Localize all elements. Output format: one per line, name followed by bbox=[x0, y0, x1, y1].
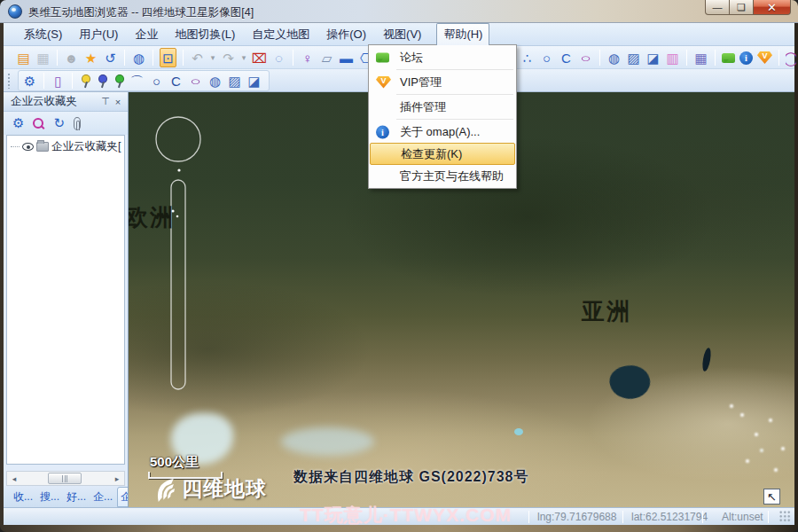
minimize-button[interactable]: — bbox=[705, 0, 730, 15]
redo-icon[interactable]: ↷ bbox=[221, 49, 236, 66]
menu-item-forum[interactable]: 论坛 bbox=[370, 46, 515, 68]
panel-close-icon[interactable]: × bbox=[112, 97, 124, 107]
panel-toolbar: ⚙ ↻ bbox=[4, 112, 128, 135]
menu-enterprise[interactable]: 企业 bbox=[133, 24, 160, 45]
tree-item[interactable]: 企业云收藏夹[ bbox=[7, 136, 124, 154]
menu-separator bbox=[396, 69, 513, 70]
draw-circle-icon[interactable]: ○ bbox=[539, 49, 554, 66]
location-pin-icon[interactable]: ♀ bbox=[300, 49, 315, 66]
info-icon[interactable]: i bbox=[739, 51, 753, 65]
visibility-eye-icon[interactable] bbox=[22, 143, 34, 151]
messages-chat-icon[interactable] bbox=[722, 53, 735, 63]
panel-title: 企业云收藏夹 bbox=[11, 94, 99, 109]
draw-open-arc-icon[interactable]: C bbox=[168, 72, 184, 90]
hatched-polygon2-icon[interactable]: ◪ bbox=[246, 72, 262, 90]
tab-favorites[interactable]: 收... bbox=[11, 488, 35, 506]
northwest-arrow-button[interactable]: ↖ bbox=[763, 489, 780, 505]
tab-search[interactable]: 搜... bbox=[37, 488, 62, 506]
menu-item-check-update[interactable]: 检查更新(K) bbox=[370, 143, 515, 165]
track-bars-icon[interactable]: ▥ bbox=[665, 49, 680, 66]
toolbar-separator bbox=[124, 50, 125, 66]
undo-caret-icon[interactable]: ▾ bbox=[209, 49, 216, 66]
ruler-icon[interactable]: ▬ bbox=[339, 49, 354, 66]
scrollbar-thumb[interactable] bbox=[48, 473, 82, 484]
panel-gear-icon[interactable]: ⚙ bbox=[12, 115, 24, 131]
pushpin-yellow-icon[interactable] bbox=[79, 73, 91, 89]
panel-search-icon[interactable] bbox=[33, 118, 44, 129]
status-altitude: Alt:unset bbox=[722, 511, 763, 523]
title-bar[interactable]: 奥维互动地图浏览器 -- 四维地球卫星影像图[4] — ❏ ✕ bbox=[0, 0, 798, 23]
menu-view[interactable]: 视图(V) bbox=[381, 24, 423, 45]
tab-enterprise[interactable]: 企... bbox=[90, 488, 115, 506]
draw-ellipse2-icon[interactable]: ○ bbox=[185, 74, 207, 89]
draw-arc-top-icon[interactable]: ⌒ bbox=[129, 72, 145, 90]
data-table-icon[interactable]: ▦ bbox=[693, 49, 708, 66]
tab-friends[interactable]: 好... bbox=[64, 488, 89, 506]
tree-item-label: 企业云收藏夹[ bbox=[51, 139, 121, 154]
hatched-square-icon[interactable]: ▨ bbox=[626, 49, 641, 66]
menu-item-about[interactable]: i 关于 omap(A)... bbox=[370, 121, 515, 143]
draw-circle2-icon[interactable]: ○ bbox=[149, 72, 164, 90]
menu-item-label: 检查更新(K) bbox=[401, 146, 462, 162]
draw-arc-icon[interactable]: C bbox=[559, 49, 574, 66]
menu-system[interactable]: 系统(S) bbox=[22, 24, 64, 45]
scrollbar-track[interactable] bbox=[21, 472, 110, 485]
menu-separator bbox=[396, 119, 513, 120]
window-title: 奥维互动地图浏览器 -- 四维地球卫星影像图[4] bbox=[28, 5, 254, 20]
scroll-left-icon[interactable]: ◂ bbox=[7, 474, 21, 483]
tab-enterprise-cloud[interactable]: 企... bbox=[117, 487, 129, 507]
toolbar-separator bbox=[183, 50, 184, 66]
toolbar-separator bbox=[43, 73, 44, 89]
menu-item-vip[interactable]: V VIP管理 bbox=[370, 71, 515, 93]
panel-refresh-icon[interactable]: ↻ bbox=[53, 115, 65, 131]
transform-select-active[interactable]: ⊡ bbox=[160, 48, 176, 67]
hatched-circle-icon[interactable]: ◍ bbox=[606, 49, 622, 66]
scale-label: 500公里 bbox=[150, 454, 199, 471]
eraser-icon[interactable]: ▱ bbox=[319, 49, 334, 66]
map-attribution: 数据来自四维地球 GS(2022)738号 bbox=[293, 468, 529, 487]
scroll-right-icon[interactable]: ▸ bbox=[110, 474, 124, 483]
undo-icon[interactable]: ↶ bbox=[190, 49, 205, 66]
provider-name: 四维地球 bbox=[182, 475, 267, 503]
menu-bar: 系统(S) 用户(U) 企业 地图切换(L) 自定义地图 操作(O) 视图(V)… bbox=[4, 23, 794, 46]
drawn-circle[interactable] bbox=[156, 117, 200, 161]
route-uturn-icon[interactable]: ↺ bbox=[103, 49, 118, 66]
globe-icon[interactable]: ◍ bbox=[131, 49, 146, 66]
settings-gear-icon[interactable]: ⚙ bbox=[22, 72, 37, 90]
clipped-circle-icon[interactable]: ◯ bbox=[786, 49, 796, 66]
panel-attachment-icon[interactable] bbox=[74, 117, 81, 130]
menu-item-homepage-help[interactable]: 官方主页与在线帮助 bbox=[370, 165, 515, 187]
marquee-select-icon[interactable]: ◌ bbox=[271, 49, 286, 66]
hatched-circle2-icon[interactable]: ◍ bbox=[207, 72, 223, 90]
delete-trash-icon[interactable]: ⌧ bbox=[252, 49, 267, 66]
menu-custom-map[interactable]: 自定义地图 bbox=[250, 24, 311, 45]
panel-pin-icon[interactable]: ⊤ bbox=[99, 96, 112, 107]
close-button[interactable]: ✕ bbox=[754, 0, 791, 15]
draw-ellipse-icon[interactable]: ○ bbox=[575, 51, 597, 66]
menu-operation[interactable]: 操作(O) bbox=[325, 24, 368, 45]
hatched-polygon-icon[interactable]: ◪ bbox=[645, 49, 661, 66]
pushpin-green-icon[interactable] bbox=[113, 73, 125, 89]
label-europe: 欧洲 bbox=[129, 202, 175, 233]
save-icon[interactable]: ▦ bbox=[35, 49, 51, 66]
user-icon[interactable]: ☻ bbox=[64, 49, 79, 66]
transform-select-icon[interactable]: ⊡ bbox=[160, 49, 176, 66]
maximize-button[interactable]: ❏ bbox=[730, 0, 754, 15]
pushpin-blue-icon[interactable] bbox=[96, 73, 108, 89]
favorite-star-icon[interactable]: ★ bbox=[83, 49, 98, 66]
menu-help[interactable]: 帮助(H) bbox=[436, 23, 489, 45]
menu-map-switch[interactable]: 地图切换(L) bbox=[173, 24, 237, 45]
horizontal-scrollbar[interactable]: ◂ ▸ bbox=[6, 471, 125, 486]
toolbar-drag-handle[interactable] bbox=[7, 73, 12, 89]
resize-grip[interactable] bbox=[779, 511, 791, 522]
vip-diamond-icon[interactable]: V bbox=[757, 51, 772, 64]
hatched-square2-icon[interactable]: ▨ bbox=[227, 72, 242, 90]
panel-header: 企业云收藏夹 ⊤ × bbox=[4, 92, 128, 112]
favorites-panel: 企业云收藏夹 ⊤ × ⚙ ↻ 企业云收藏夹[ ◂ bbox=[4, 92, 129, 507]
menu-user[interactable]: 用户(U) bbox=[77, 24, 120, 45]
open-folder-icon[interactable]: ▤ bbox=[16, 49, 31, 66]
redo-caret-icon[interactable]: ▾ bbox=[240, 49, 247, 66]
scatter-dots-icon[interactable]: ∴ bbox=[520, 49, 535, 66]
menu-item-plugins[interactable]: 插件管理 bbox=[370, 96, 515, 118]
new-file-icon[interactable]: ▯ bbox=[51, 72, 66, 90]
